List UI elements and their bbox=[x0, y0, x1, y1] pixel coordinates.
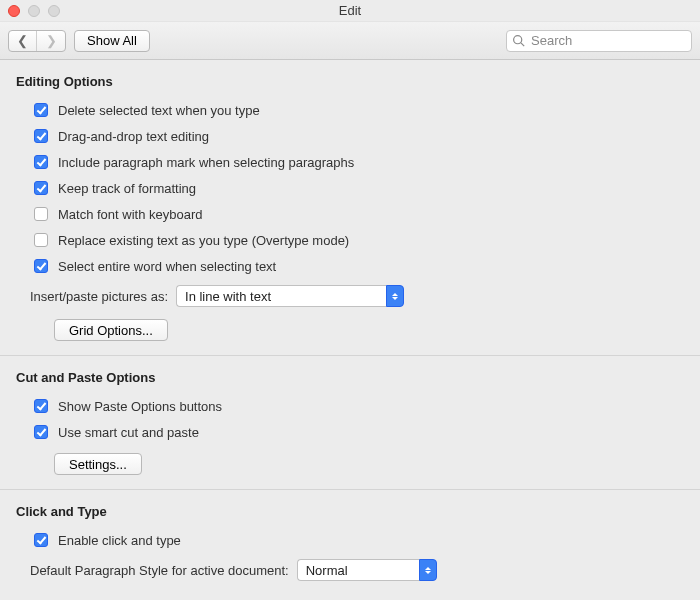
checkbox-row: Use smart cut and paste bbox=[30, 419, 684, 445]
checkbox-label[interactable]: Replace existing text as you type (Overt… bbox=[58, 233, 349, 248]
checkbox-row: Include paragraph mark when selecting pa… bbox=[30, 149, 684, 175]
back-button[interactable]: ❮ bbox=[9, 31, 37, 51]
checkbox-label[interactable]: Enable click and type bbox=[58, 533, 181, 548]
checkbox-label[interactable]: Show Paste Options buttons bbox=[58, 399, 222, 414]
checkbox-label[interactable]: Include paragraph mark when selecting pa… bbox=[58, 155, 354, 170]
default-paragraph-style-row: Default Paragraph Style for active docum… bbox=[30, 553, 684, 585]
checkbox-smart-cut-paste[interactable] bbox=[34, 425, 48, 439]
search-wrap bbox=[506, 30, 692, 52]
checkbox-row: Match font with keyboard bbox=[30, 201, 684, 227]
checkbox-track-formatting[interactable] bbox=[34, 181, 48, 195]
titlebar: Edit bbox=[0, 0, 700, 22]
close-icon[interactable] bbox=[8, 5, 20, 17]
checkbox-delete-selected[interactable] bbox=[34, 103, 48, 117]
zoom-icon bbox=[48, 5, 60, 17]
insert-pictures-row: Insert/paste pictures as: In line with t… bbox=[30, 279, 684, 311]
default-paragraph-style-select[interactable]: Normal bbox=[297, 559, 437, 581]
default-paragraph-style-label: Default Paragraph Style for active docum… bbox=[30, 563, 289, 578]
section-heading: Editing Options bbox=[16, 74, 684, 89]
checkbox-label[interactable]: Delete selected text when you type bbox=[58, 103, 260, 118]
checkbox-label[interactable]: Select entire word when selecting text bbox=[58, 259, 276, 274]
section-editing-options: Editing Options Delete selected text whe… bbox=[0, 60, 700, 356]
checkbox-include-paragraph-mark[interactable] bbox=[34, 155, 48, 169]
insert-pictures-select[interactable]: In line with text bbox=[176, 285, 404, 307]
grid-options-row: Grid Options... bbox=[30, 311, 684, 341]
select-value: In line with text bbox=[176, 285, 386, 307]
window-title: Edit bbox=[0, 3, 700, 18]
checkbox-label[interactable]: Drag-and-drop text editing bbox=[58, 129, 209, 144]
search-icon bbox=[512, 34, 525, 47]
checkbox-select-entire-word[interactable] bbox=[34, 259, 48, 273]
section-heading: Cut and Paste Options bbox=[16, 370, 684, 385]
checkbox-row: Select entire word when selecting text bbox=[30, 253, 684, 279]
window-controls bbox=[8, 5, 60, 17]
forward-button: ❯ bbox=[37, 31, 65, 51]
toolbar: ❮ ❯ Show All bbox=[0, 22, 700, 60]
checkbox-label[interactable]: Keep track of formatting bbox=[58, 181, 196, 196]
chevron-right-icon: ❯ bbox=[46, 34, 57, 47]
grid-options-button[interactable]: Grid Options... bbox=[54, 319, 168, 341]
checkbox-row: Delete selected text when you type bbox=[30, 97, 684, 123]
editing-options-list: Delete selected text when you type Drag-… bbox=[16, 97, 684, 341]
click-and-type-list: Enable click and type Default Paragraph … bbox=[16, 527, 684, 585]
chevron-left-icon: ❮ bbox=[17, 34, 28, 47]
insert-pictures-label: Insert/paste pictures as: bbox=[30, 289, 168, 304]
nav-segment: ❮ ❯ bbox=[8, 30, 66, 52]
checkbox-drag-drop[interactable] bbox=[34, 129, 48, 143]
minimize-icon bbox=[28, 5, 40, 17]
checkbox-show-paste-options[interactable] bbox=[34, 399, 48, 413]
checkbox-row: Enable click and type bbox=[30, 527, 684, 553]
section-cut-paste-options: Cut and Paste Options Show Paste Options… bbox=[0, 356, 700, 490]
checkbox-enable-click-and-type[interactable] bbox=[34, 533, 48, 547]
svg-point-0 bbox=[514, 35, 522, 43]
show-all-button[interactable]: Show All bbox=[74, 30, 150, 52]
checkbox-label[interactable]: Match font with keyboard bbox=[58, 207, 203, 222]
checkbox-row: Keep track of formatting bbox=[30, 175, 684, 201]
checkbox-label[interactable]: Use smart cut and paste bbox=[58, 425, 199, 440]
select-stepper-icon bbox=[419, 559, 437, 581]
cut-paste-options-list: Show Paste Options buttons Use smart cut… bbox=[16, 393, 684, 475]
settings-button[interactable]: Settings... bbox=[54, 453, 142, 475]
checkbox-row: Show Paste Options buttons bbox=[30, 393, 684, 419]
section-click-and-type: Click and Type Enable click and type Def… bbox=[0, 490, 700, 600]
select-value: Normal bbox=[297, 559, 419, 581]
section-heading: Click and Type bbox=[16, 504, 684, 519]
checkbox-row: Replace existing text as you type (Overt… bbox=[30, 227, 684, 253]
checkbox-match-font[interactable] bbox=[34, 207, 48, 221]
checkbox-row: Drag-and-drop text editing bbox=[30, 123, 684, 149]
svg-line-1 bbox=[521, 42, 524, 45]
checkbox-overtype[interactable] bbox=[34, 233, 48, 247]
search-input[interactable] bbox=[506, 30, 692, 52]
content-scroll[interactable]: Editing Options Delete selected text whe… bbox=[0, 60, 700, 600]
select-stepper-icon bbox=[386, 285, 404, 307]
settings-row: Settings... bbox=[30, 445, 684, 475]
